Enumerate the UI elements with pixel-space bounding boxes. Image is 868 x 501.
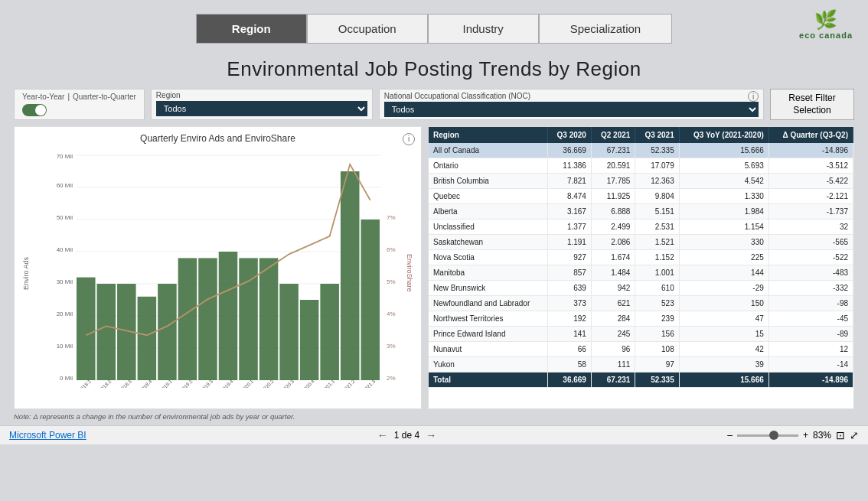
- col-q3-2020: Q3 2020: [547, 127, 591, 143]
- cell-q2-2021: 17.785: [591, 174, 635, 189]
- svg-text:60 Mil: 60 Mil: [57, 182, 73, 189]
- cell-delta: -522: [768, 250, 853, 265]
- svg-rect-23: [97, 284, 116, 380]
- tab-region[interactable]: Region: [196, 14, 307, 44]
- cell-q2-2021: 6.888: [591, 204, 635, 220]
- table-row: Nova Scotia 927 1.674 1.152 225 -522: [429, 250, 853, 265]
- expand-icon[interactable]: ⤢: [850, 429, 859, 441]
- reset-filter-button[interactable]: Reset Filter Selection: [770, 89, 854, 120]
- next-page-button[interactable]: →: [426, 429, 436, 441]
- cell-q3-2020: 36.669: [547, 143, 591, 158]
- powerbi-link[interactable]: Microsoft Power BI: [9, 430, 86, 441]
- toggle-label: Year-to-Year | Quarter-to-Quarter: [22, 93, 136, 101]
- cell-region: Saskatchewan: [429, 235, 547, 250]
- cell-region: Newfoundland and Labrador: [429, 296, 547, 311]
- cell-q3-2021: 5.151: [635, 204, 679, 220]
- cell-region: Prince Edward Island: [429, 327, 547, 342]
- noc-info-icon[interactable]: i: [748, 91, 759, 102]
- cell-q3-2021: 17.079: [635, 158, 679, 174]
- prev-page-button[interactable]: ←: [377, 429, 388, 441]
- cell-q2-2021: 20.591: [591, 158, 635, 174]
- region-select[interactable]: Todos: [156, 101, 367, 116]
- cell-yoy: 330: [679, 235, 768, 250]
- svg-rect-33: [300, 300, 319, 380]
- cell-yoy: 1.154: [679, 220, 768, 235]
- cell-yoy: 150: [679, 296, 768, 311]
- chart-svg: 0 Mil 10 Mil 20 Mil 30 Mil 40 Mil 50 Mil…: [44, 147, 400, 388]
- svg-rect-29: [219, 252, 238, 380]
- cell-q3-2021: 239: [635, 311, 679, 327]
- page-indicator: 1 de 4: [394, 430, 419, 441]
- region-filter-group: Region Todos: [151, 89, 373, 120]
- col-q2-2021: Q2 2021: [591, 127, 635, 143]
- cell-q3-2021: 97: [635, 357, 679, 372]
- cell-delta: -3.512: [768, 158, 853, 174]
- footer-q3-2020: 36.669: [547, 372, 591, 388]
- svg-text:70 Mil: 70 Mil: [57, 153, 73, 160]
- cell-yoy: 1.984: [679, 204, 768, 220]
- footer-delta: -14.896: [768, 372, 853, 388]
- chart-title: Quarterly Enviro Ads and EnviroShare: [21, 133, 415, 144]
- cell-q2-2021: 111: [591, 357, 635, 372]
- y-axis-left-label: Enviro Ads: [21, 147, 44, 399]
- toggle-switch[interactable]: [22, 104, 47, 116]
- zoom-slider[interactable]: [737, 434, 798, 437]
- noc-select[interactable]: Todos: [384, 102, 759, 117]
- table-row: Northwest Territories 192 284 239 47 -45: [429, 311, 853, 327]
- tab-specialization[interactable]: Specialization: [539, 14, 673, 44]
- y-axis-right-label: EnviroShare: [400, 147, 415, 399]
- table-header-row: Region Q3 2020 Q2 2021 Q3 2021 Q3 YoY (2…: [429, 127, 853, 143]
- logo-text: eco canada: [799, 31, 853, 40]
- table-row: Alberta 3.167 6.888 5.151 1.984 -1.737: [429, 204, 853, 220]
- cell-q3-2021: 12.363: [635, 174, 679, 189]
- cell-yoy: 15.666: [679, 143, 768, 158]
- region-filter-label: Region: [156, 91, 367, 99]
- filters-row: Year-to-Year | Quarter-to-Quarter Region…: [14, 89, 854, 120]
- cell-region: Nunavut: [429, 342, 547, 357]
- cell-yoy: -29: [679, 281, 768, 296]
- table-footer-row: Total 36.669 67.231 52.335 15.666 -14.89…: [429, 372, 853, 388]
- svg-text:50 Mil: 50 Mil: [57, 214, 73, 221]
- fit-page-icon[interactable]: ⊡: [836, 429, 845, 441]
- col-region: Region: [429, 127, 547, 143]
- zoom-handle: [769, 431, 778, 440]
- table-row: Manitoba 857 1.484 1.001 144 -483: [429, 265, 853, 281]
- cell-q2-2021: 2.086: [591, 235, 635, 250]
- cell-q2-2021: 245: [591, 327, 635, 342]
- cell-yoy: 42: [679, 342, 768, 357]
- svg-rect-31: [259, 259, 279, 381]
- tab-industry[interactable]: Industry: [428, 14, 539, 44]
- svg-rect-35: [341, 171, 360, 380]
- cell-q2-2021: 621: [591, 296, 635, 311]
- cell-q3-2021: 1.152: [635, 250, 679, 265]
- cell-delta: -14.896: [768, 143, 853, 158]
- year-quarter-toggle-group: Year-to-Year | Quarter-to-Quarter: [14, 89, 145, 120]
- table-row: Quebec 8.474 11.925 9.804 1.330 -2.121: [429, 189, 853, 204]
- svg-text:10 Mil: 10 Mil: [57, 343, 73, 350]
- cell-delta: -332: [768, 281, 853, 296]
- cell-q3-2020: 927: [547, 250, 591, 265]
- zoom-minus-icon[interactable]: –: [727, 430, 733, 441]
- cell-delta: 32: [768, 220, 853, 235]
- data-table: Region Q3 2020 Q2 2021 Q3 2021 Q3 YoY (2…: [429, 127, 853, 388]
- y-axis-right: 2% 3% 4% 5% 6% 7%: [387, 214, 396, 382]
- svg-text:30 Mil: 30 Mil: [57, 278, 73, 285]
- table-row: British Columbia 7.821 17.785 12.363 4.5…: [429, 174, 853, 189]
- svg-rect-28: [198, 259, 217, 381]
- cell-region: Manitoba: [429, 265, 547, 281]
- cell-q2-2021: 11.925: [591, 189, 635, 204]
- cell-q3-2020: 11.386: [547, 158, 591, 174]
- tab-occupation[interactable]: Occupation: [307, 14, 428, 44]
- cell-q3-2020: 192: [547, 311, 591, 327]
- cell-q3-2021: 1.521: [635, 235, 679, 250]
- svg-text:4%: 4%: [387, 311, 396, 317]
- cell-region: New Brunswick: [429, 281, 547, 296]
- data-table-area: Region Q3 2020 Q2 2021 Q3 2021 Q3 YoY (2…: [428, 126, 854, 409]
- cell-delta: -89: [768, 327, 853, 342]
- cell-q3-2020: 1.191: [547, 235, 591, 250]
- zoom-plus-icon[interactable]: +: [803, 430, 808, 441]
- svg-rect-22: [77, 278, 96, 380]
- cell-q2-2021: 1.674: [591, 250, 635, 265]
- col-delta: Δ Quarter (Q3-Q2): [768, 127, 853, 143]
- chart-area: Quarterly Enviro Ads and EnviroShare i E…: [14, 126, 422, 409]
